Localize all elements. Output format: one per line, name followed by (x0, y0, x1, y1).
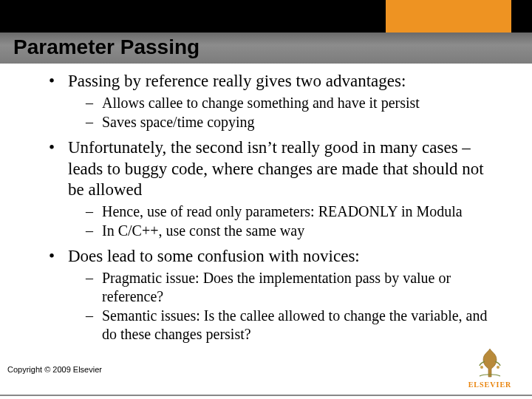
slide: Parameter Passing Passing by reference r… (0, 0, 532, 399)
bullet-text: Does lead to some confusion with novices… (68, 247, 360, 265)
list-item: Saves space/time copying (86, 113, 502, 132)
sub-list: Pragmatic issue: Does the implementation… (68, 269, 502, 344)
list-item: Hence, use of read only parameters: READ… (86, 202, 502, 221)
slide-title: Parameter Passing (0, 33, 532, 59)
sub-bullet-text: In C/C++, use const the same way (102, 222, 304, 239)
bullet-text: Passing by reference really gives two ad… (68, 72, 406, 90)
list-item: Pragmatic issue: Does the implementation… (86, 269, 502, 306)
sub-list: Allows callee to change something and ha… (68, 94, 502, 132)
sub-bullet-text: Hence, use of read only parameters: READ… (102, 203, 463, 219)
title-bar: Parameter Passing (0, 33, 532, 64)
publisher-logo: ELSEVIER (466, 347, 514, 389)
svg-point-1 (480, 366, 483, 369)
sub-list: Hence, use of read only parameters: READ… (68, 202, 502, 240)
logo-text: ELSEVIER (466, 381, 514, 389)
bottom-rule (0, 395, 532, 396)
header-orange-block (386, 0, 511, 33)
list-item: Semantic issues: Is the callee allowed t… (86, 307, 502, 344)
svg-point-2 (497, 366, 499, 369)
copyright-text: Copyright © 2009 Elsevier (7, 365, 102, 374)
list-item: Passing by reference really gives two ad… (44, 71, 502, 132)
bullet-list: Passing by reference really gives two ad… (44, 71, 502, 344)
list-item: Does lead to some confusion with novices… (44, 246, 502, 344)
list-item: Allows callee to change something and ha… (86, 94, 502, 112)
elsevier-tree-icon (473, 347, 507, 379)
content-area: Passing by reference really gives two ad… (44, 71, 502, 349)
sub-bullet-text: Pragmatic issue: Does the implementation… (102, 270, 451, 304)
list-item: In C/C++, use const the same way (86, 222, 502, 240)
list-item: Unfortunately, the second isn’t really g… (44, 137, 502, 240)
sub-bullet-text: Semantic issues: Is the callee allowed t… (102, 307, 487, 342)
sub-bullet-text: Saves space/time copying (102, 114, 255, 130)
bullet-text: Unfortunately, the second isn’t really g… (68, 138, 484, 200)
sub-bullet-text: Allows callee to change something and ha… (102, 95, 420, 111)
